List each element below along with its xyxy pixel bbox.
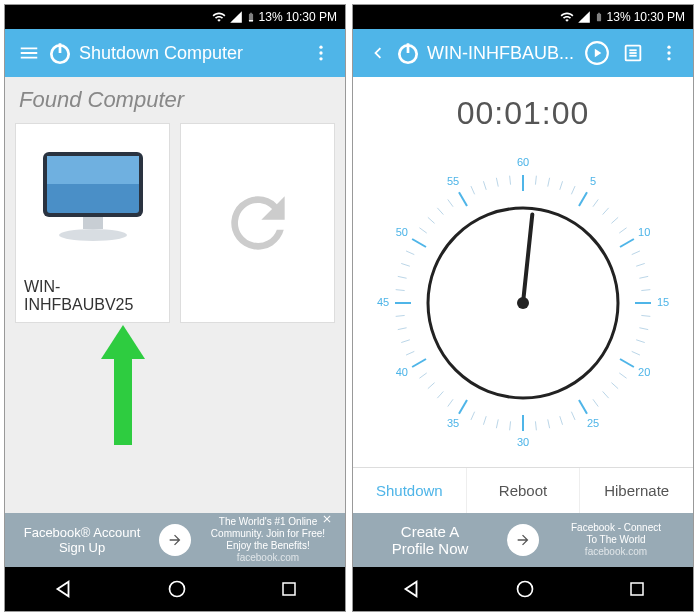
svg-line-47 — [579, 399, 587, 413]
tab-reboot[interactable]: Reboot — [467, 468, 581, 513]
refresh-card[interactable] — [180, 123, 335, 323]
svg-line-75 — [437, 207, 443, 214]
action-tabs: Shutdown Reboot Hibernate — [353, 467, 693, 513]
section-heading: Found Computer — [5, 77, 345, 123]
svg-line-25 — [560, 181, 563, 190]
svg-point-4 — [319, 57, 322, 60]
svg-line-95 — [523, 214, 532, 303]
svg-line-28 — [593, 199, 598, 206]
svg-point-21 — [667, 57, 670, 60]
ad-go-button[interactable] — [159, 524, 191, 556]
svg-line-33 — [632, 250, 640, 254]
svg-line-49 — [560, 416, 563, 425]
ad-text-left: Facebook® Account Sign Up — [13, 525, 151, 555]
play-button[interactable] — [579, 35, 615, 71]
svg-line-50 — [548, 419, 550, 428]
content-area: 00:01:00 51015202530354045505560 Shutdow… — [353, 77, 693, 513]
play-circle-icon — [584, 40, 610, 66]
svg-text:5: 5 — [590, 174, 596, 186]
svg-line-80 — [496, 177, 498, 186]
timer-dial[interactable]: 51015202530354045505560 — [353, 138, 693, 467]
computer-card[interactable]: WIN-INHFBAUBV25 — [15, 123, 170, 323]
svg-line-62 — [412, 359, 426, 367]
ad-banner[interactable]: Facebook® Account Sign Up The World's #1… — [5, 513, 345, 567]
svg-line-63 — [406, 351, 414, 355]
annotation-arrow — [93, 325, 153, 445]
ad-close-icon[interactable] — [321, 513, 333, 525]
svg-text:15: 15 — [657, 295, 669, 307]
status-bar: 13% 10:30 PM — [353, 5, 693, 29]
svg-line-65 — [398, 327, 407, 329]
svg-line-54 — [496, 419, 498, 428]
back-nav-icon[interactable] — [400, 578, 422, 600]
home-nav-icon[interactable] — [167, 579, 187, 599]
tab-shutdown[interactable]: Shutdown — [353, 468, 467, 513]
svg-text:60: 60 — [517, 155, 529, 167]
svg-line-27 — [579, 192, 587, 206]
overflow-button[interactable] — [303, 35, 339, 71]
svg-point-96 — [517, 297, 529, 309]
power-icon — [395, 40, 421, 66]
svg-point-19 — [667, 46, 670, 49]
battery-icon — [246, 10, 256, 24]
app-title: Shutdown Computer — [79, 43, 303, 64]
clock-text: 10:30 PM — [634, 10, 685, 24]
svg-line-26 — [571, 186, 575, 194]
home-nav-icon[interactable] — [515, 579, 535, 599]
svg-line-43 — [619, 372, 626, 377]
svg-text:50: 50 — [396, 225, 408, 237]
svg-point-20 — [667, 51, 670, 54]
signal-icon — [229, 10, 243, 24]
power-icon — [47, 40, 73, 66]
svg-line-68 — [396, 289, 405, 290]
battery-icon — [594, 10, 604, 24]
back-button[interactable] — [359, 35, 395, 71]
wifi-icon — [212, 10, 226, 24]
refresh-icon — [218, 183, 298, 263]
overflow-button[interactable] — [651, 35, 687, 71]
chevron-left-icon — [366, 42, 388, 64]
battery-percent: 13% — [259, 10, 283, 24]
svg-line-29 — [603, 207, 609, 214]
list-icon — [622, 42, 644, 64]
app-bar: Shutdown Computer — [5, 29, 345, 77]
svg-line-44 — [611, 382, 618, 388]
android-nav-bar — [5, 567, 345, 611]
svg-point-2 — [319, 46, 322, 49]
svg-line-55 — [483, 416, 486, 425]
svg-line-24 — [548, 177, 550, 186]
svg-line-38 — [641, 315, 650, 316]
phone-right: 13% 10:30 PM WIN-INHFBAUB... 00:01:00 — [352, 4, 694, 612]
computer-name-label: WIN-INHFBAUBV25 — [16, 270, 169, 322]
svg-line-56 — [471, 411, 475, 419]
svg-line-76 — [448, 199, 453, 206]
app-title: WIN-INHFBAUB... — [427, 43, 579, 64]
list-button[interactable] — [615, 35, 651, 71]
recent-nav-icon[interactable] — [280, 580, 298, 598]
arrow-right-icon — [167, 532, 183, 548]
svg-text:30: 30 — [517, 435, 529, 447]
ad-banner[interactable]: Create A Profile Now Facebook - Connect … — [353, 513, 693, 567]
svg-point-10 — [169, 582, 184, 597]
svg-line-45 — [603, 391, 609, 398]
svg-line-70 — [401, 263, 410, 266]
arrow-right-icon — [515, 532, 531, 548]
ad-go-button[interactable] — [507, 524, 539, 556]
svg-rect-11 — [283, 583, 295, 595]
back-nav-icon[interactable] — [52, 578, 74, 600]
more-vert-icon — [311, 43, 331, 63]
svg-line-69 — [398, 276, 407, 278]
svg-line-77 — [459, 192, 467, 206]
svg-line-73 — [419, 227, 426, 232]
svg-line-72 — [412, 239, 426, 247]
svg-line-40 — [636, 339, 645, 342]
menu-button[interactable] — [11, 35, 47, 71]
svg-line-64 — [401, 339, 410, 342]
recent-nav-icon[interactable] — [628, 580, 646, 598]
svg-line-30 — [611, 217, 618, 223]
svg-rect-7 — [47, 156, 139, 184]
tab-hibernate[interactable]: Hibernate — [580, 468, 693, 513]
svg-line-42 — [620, 359, 634, 367]
ad-text-left: Create A Profile Now — [361, 523, 499, 557]
svg-text:25: 25 — [587, 417, 599, 429]
